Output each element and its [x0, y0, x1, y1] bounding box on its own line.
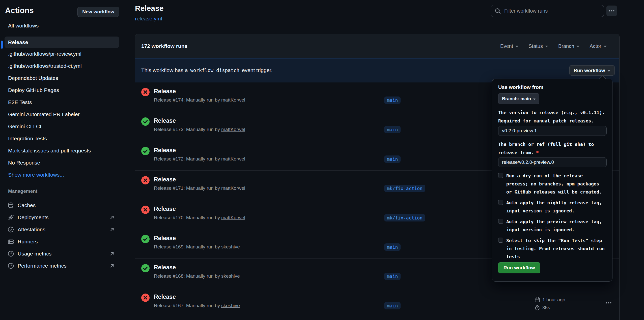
actor-link[interactable]: skeshive: [221, 273, 240, 279]
sidebar-divider: [2, 183, 123, 183]
version-input[interactable]: [498, 126, 607, 136]
run-options-kebab-button[interactable]: [603, 300, 614, 306]
actor-link[interactable]: skeshive: [221, 244, 240, 249]
branch-label[interactable]: main: [384, 97, 401, 104]
chevron-down-icon: [576, 46, 579, 47]
management-item-label: Performance metrics: [18, 263, 67, 269]
chevron-down-icon: [533, 99, 536, 100]
calendar-icon: [535, 297, 540, 303]
run-meta: 1 hour ago 35s: [535, 288, 595, 317]
run-title-link[interactable]: Release: [154, 117, 176, 124]
new-workflow-button[interactable]: New workflow: [77, 7, 119, 17]
branch-label[interactable]: mk/fix-action: [384, 185, 425, 192]
sidebar-item-deployments[interactable]: Deployments: [0, 211, 125, 223]
workflow-options-kebab-button[interactable]: [606, 6, 617, 16]
success-icon: [141, 264, 150, 272]
sidebar-item-pr-review[interactable]: .github/workflows/pr-review.yml: [0, 48, 125, 60]
branch-label[interactable]: main: [384, 243, 401, 251]
run-title-link[interactable]: Release: [154, 235, 176, 242]
sidebar-item-attestations[interactable]: Attestations: [0, 223, 125, 236]
workflow-file-link[interactable]: release.yml: [135, 16, 162, 22]
kebab-horizontal-icon: [609, 8, 615, 14]
run-title-link[interactable]: Release: [154, 206, 176, 212]
run-title-link[interactable]: Release: [154, 176, 176, 183]
sidebar-item-trusted-ci[interactable]: .github/workflows/trusted-ci.yml: [0, 60, 125, 72]
sidebar-header: Actions New workflow: [0, 0, 125, 18]
sidebar-item-performance-metrics[interactable]: Performance metrics: [0, 260, 125, 272]
management-item-label: Attestations: [18, 227, 45, 233]
actor-link[interactable]: mattKorwel: [221, 185, 245, 191]
actor-link[interactable]: mattKorwel: [221, 127, 245, 132]
branch-label[interactable]: main: [384, 302, 401, 309]
run-workflow-dropdown-button[interactable]: Run workflow: [569, 65, 615, 76]
filter-branch-dropdown[interactable]: Branch: [558, 43, 579, 49]
show-more-workflows-link[interactable]: Show more workflows...: [0, 169, 125, 181]
management-item-label: Deployments: [18, 214, 49, 220]
sidebar-item-mark-stale[interactable]: Mark stale issues and pull requests: [0, 145, 125, 157]
banner-text-suffix: event trigger.: [242, 67, 272, 73]
sidebar-item-deploy-github-pages[interactable]: Deploy GitHub Pages: [0, 84, 125, 96]
branch-label[interactable]: main: [384, 273, 401, 280]
skip-tests-checkbox[interactable]: [498, 238, 503, 243]
chevron-down-icon: [515, 46, 518, 47]
run-title-link[interactable]: Release: [154, 88, 176, 95]
sidebar-item-all-workflows[interactable]: All workflows: [0, 20, 125, 32]
filter-event-dropdown[interactable]: Event: [500, 43, 518, 49]
branch-label[interactable]: main: [384, 126, 401, 133]
branch-selector-button[interactable]: Branch: main: [498, 93, 539, 104]
branch-label[interactable]: mk/fix-action: [384, 214, 425, 221]
run-description: Release #171: Manually run bymattKorwel: [154, 185, 245, 191]
sidebar-item-e2e-tests[interactable]: E2E Tests: [0, 96, 125, 108]
dry-run-checkbox[interactable]: [498, 173, 503, 178]
sidebar-item-integration-tests[interactable]: Integration Tests: [0, 133, 125, 145]
preview-tag-checkbox[interactable]: [498, 219, 503, 224]
run-title-link[interactable]: Release: [154, 294, 176, 300]
management-item-label: Usage metrics: [18, 251, 51, 257]
actor-link[interactable]: mattKorwel: [221, 156, 245, 162]
actor-link[interactable]: mattKorwel: [221, 97, 245, 103]
ref-input[interactable]: [498, 157, 607, 167]
selected-accent-bar: [1, 41, 3, 49]
nightly-tag-checkbox-row: Auto apply the nightly release tag, inpu…: [498, 199, 602, 215]
success-icon: [141, 147, 150, 155]
filter-workflow-runs-input[interactable]: [504, 8, 595, 14]
actor-link[interactable]: mattKorwel: [221, 215, 245, 220]
sidebar-item-usage-metrics[interactable]: Usage metrics: [0, 248, 125, 260]
run-description: Release #167: Manually run byskeshive: [154, 303, 240, 308]
run-title-link[interactable]: Release: [154, 264, 176, 271]
run-description: Release #172: Manually run bymattKorwel: [154, 156, 245, 162]
cache-icon: [8, 202, 14, 209]
workflow-run-row[interactable]: Release Release #167: Manually run byske…: [135, 288, 619, 317]
sidebar-divider: [2, 34, 123, 34]
sidebar-item-runners[interactable]: Runners: [0, 236, 125, 248]
run-description: Release #168: Manually run byskeshive: [154, 273, 240, 279]
filter-workflow-runs-box: [491, 5, 604, 17]
sidebar-item-gemini-pr-labeler[interactable]: Gemini Automated PR Labeler: [0, 108, 125, 120]
preview-tag-label: Auto apply the preview release tag, inpu…: [506, 218, 602, 234]
sidebar-item-no-response[interactable]: No Response: [0, 157, 125, 169]
preview-tag-checkbox-row: Auto apply the preview release tag, inpu…: [498, 218, 602, 234]
management-item-label: Caches: [18, 202, 36, 208]
required-asterisk: *: [536, 150, 539, 155]
run-title-link[interactable]: Release: [154, 147, 176, 154]
filter-status-dropdown[interactable]: Status: [528, 43, 548, 49]
dialog-pointer: [599, 76, 606, 79]
run-workflow-dialog: Use workflow from Branch: main The versi…: [492, 79, 612, 282]
dry-run-checkbox-row: Run a dry-run of the release process; no…: [498, 172, 602, 196]
run-workflow-submit-button[interactable]: Run workflow: [498, 262, 540, 273]
branch-label[interactable]: main: [384, 155, 401, 163]
chevron-down-icon: [607, 70, 610, 72]
sidebar-item-gemini-cli-ci[interactable]: Gemini CLI CI: [0, 120, 125, 133]
sidebar-item-dependabot-updates[interactable]: Dependabot Updates: [0, 72, 125, 84]
run-status: [141, 235, 150, 243]
failure-icon: [141, 176, 150, 184]
nightly-tag-checkbox[interactable]: [498, 200, 503, 205]
actor-link[interactable]: skeshive: [221, 303, 240, 308]
filter-actor-dropdown[interactable]: Actor: [590, 43, 607, 49]
banner-event-code: workflow_dispatch: [190, 68, 239, 73]
run-description: Release #170: Manually run bymattKorwel: [154, 215, 245, 220]
runs-panel-header: 172 workflow runs Event Status Branch Ac…: [135, 34, 619, 58]
sidebar-item-caches[interactable]: Caches: [0, 199, 125, 211]
run-status: [141, 264, 150, 272]
sidebar-item-release[interactable]: Release: [5, 37, 119, 48]
